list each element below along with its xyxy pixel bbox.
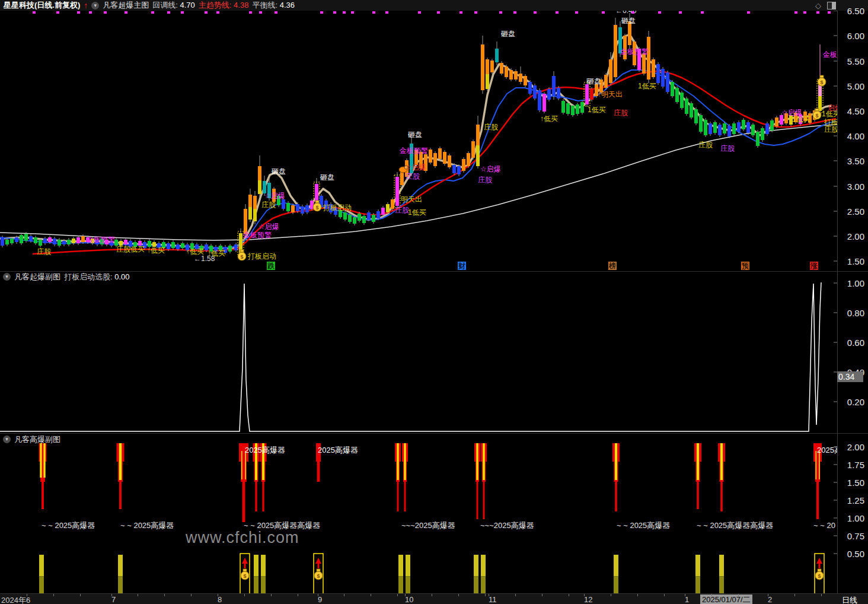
candle-body [62,241,66,244]
annotation-label: 明天出 [401,195,422,204]
market-tag-预[interactable]: 预 [741,262,749,270]
magenta-dot [205,11,208,14]
magenta-dot [556,11,559,14]
candle-body [58,240,61,246]
money-bag-icon [243,569,247,571]
panel3-title[interactable]: 凡客高爆副图 [14,434,60,445]
red-up-arrow [318,564,320,568]
yellow-bar [118,555,123,576]
yellow-bar [481,555,486,576]
plot-area: $$$$砸盘砸盘砸盘砸盘砸盘砸盘←6.46金板预警金板预警金板预警金板预警金板预… [0,7,857,594]
x-axis-tick [821,594,822,596]
candle-body [671,82,674,96]
annotation-label: 庄股 [395,206,409,214]
split-window-icon[interactable] [827,2,836,9]
panel-divider-1[interactable] [0,271,868,272]
candle-body [538,90,541,110]
candle-body [253,196,257,209]
magenta-dot [828,11,831,14]
red-up-arrow [244,564,246,568]
market-tag-榜[interactable]: 榜 [608,262,617,270]
chart-canvas[interactable]: $$$$砸盘砸盘砸盘砸盘砸盘砸盘←6.46金板预警金板预警金板预警金板预警金板预… [0,0,868,604]
tilde-label: ~ ~ 2025高爆器 [617,521,670,530]
yellow-bar [719,576,724,594]
candle-body [699,115,703,132]
price-axis-line [837,0,838,604]
candle-body [761,128,764,140]
candle-body [481,44,484,90]
sub2-y-tick: 1.50 [838,478,864,488]
candle-body [452,165,456,173]
yellow-bar [261,555,266,576]
yellow-bar [481,576,486,594]
x-axis-tick [344,594,344,596]
collapse-panel3-icon[interactable]: ▾ [3,435,11,443]
candle-body [443,152,446,164]
magenta-dot [56,11,59,14]
magenta-dot [320,11,323,14]
spike-tail [255,482,257,511]
stock-title[interactable]: 星星科技(日线.前复权) [4,0,80,11]
panel2-title[interactable]: 凡客起爆副图 [14,272,60,282]
x-axis-tick [794,594,795,596]
candle-body [181,243,184,248]
annotation-label: ☆启爆 [406,163,426,171]
candle-body [528,82,532,94]
x-axis-tick [298,594,298,596]
candle-body [34,237,37,243]
period-selector[interactable]: 日线 [842,595,857,604]
candle-body [647,37,650,80]
candle-body [448,155,451,167]
candle-body [20,235,23,243]
date-axis[interactable]: 日线 2024年6789101112122025/01/07/二 [0,593,868,604]
candle-body [462,159,465,171]
candle-body [39,240,42,246]
spike-tail [720,482,723,511]
candle-body [395,177,399,206]
x-axis-tick [637,594,638,596]
candle-body [580,102,584,113]
candle-body [746,122,750,133]
spike-stripe [483,443,484,480]
yellow-bar [695,555,700,576]
yellow-bar [398,576,403,594]
spike-stripe [404,443,406,480]
candle-body [585,84,589,104]
yellow-bar [254,576,259,594]
field-zhuqushi: 主趋势线: 4.38 [199,0,249,11]
collapse-panel2-icon[interactable]: ▾ [3,273,11,281]
collapse-main-icon[interactable]: ▾ [91,2,99,9]
x-axis-tick [271,594,272,596]
magenta-dot [167,11,170,14]
indicator-title[interactable]: 凡客超爆主图 [103,0,149,11]
x-axis-tick [432,594,432,596]
main-icons: $$$$ [238,75,826,260]
yellow-bar [406,555,410,576]
diamond-icon[interactable]: ◇ [815,1,821,10]
main-chart-header: 星星科技(日线.前复权) ↑ ▾ 凡客超爆主图 回调线: 4.70 主趋势线: … [0,0,868,11]
x-axis-tick [138,594,138,596]
sub2-y-tick: 1.75 [838,460,864,470]
x-axis-tick [405,594,406,596]
market-tag-财[interactable]: 财 [458,262,466,270]
x-axis-tick [53,594,54,596]
annotation-label: 庄股 [478,176,492,184]
candle-body [505,66,508,77]
panel-divider-2[interactable] [0,433,868,434]
x-axis-label: 9 [318,595,322,604]
main-y-tick: 6.00 [838,31,864,41]
candle-body [167,243,170,249]
market-tag-跌[interactable]: 跌 [267,262,275,270]
annotation-label: 1低买 [792,115,810,123]
magenta-dot [418,11,421,14]
candle-body [286,203,290,211]
yellow-bar [254,555,259,576]
magenta-dot [249,11,252,14]
market-tag-涨[interactable]: 涨 [810,262,818,270]
sub2-y-tick: 0.75 [838,531,864,541]
candle-body [576,104,579,114]
main-y-tick: 4.00 [838,131,864,141]
annotation-label: 1低买 [408,208,426,217]
yellow-bar [261,576,266,594]
field-huidiao: 回调线: 4.70 [152,0,195,11]
